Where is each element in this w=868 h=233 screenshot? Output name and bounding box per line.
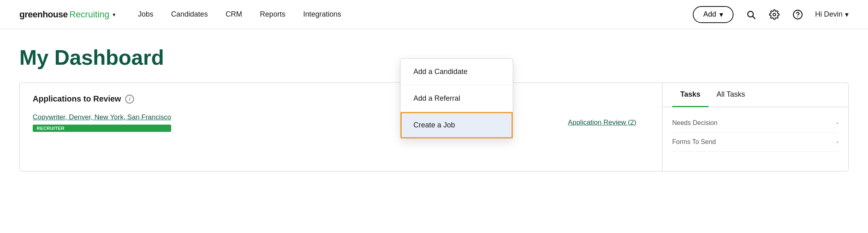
user-chevron-icon: ▾ [845,10,849,19]
task-row-needs-decision: Needs Decision - [672,114,839,133]
logo-chevron-icon: ▾ [113,11,115,18]
job-row: Copywriter, Denver, New York, San Franci… [33,113,649,132]
tab-tasks[interactable]: Tasks [672,83,709,107]
logo-greenhouse: greenhouse [19,9,68,20]
application-review-link[interactable]: Application Review (2) [568,119,649,127]
user-menu[interactable]: Hi Devin ▾ [815,10,849,19]
nav-right: Add ▾ Hi Devin ▾ [693,6,849,23]
job-title-link[interactable]: Copywriter, Denver, New York, San Franci… [33,113,171,121]
tasks-panel: Tasks All Tasks Needs Decision - Forms T… [663,83,848,171]
task-needs-decision-label: Needs Decision [672,119,717,127]
settings-icon[interactable] [768,8,780,21]
nav-reports[interactable]: Reports [260,10,285,19]
applications-panel: Applications to Review i Copywriter, Den… [20,83,663,171]
job-info: Copywriter, Denver, New York, San Franci… [33,113,171,132]
tasks-body: Needs Decision - Forms To Send - [663,107,848,158]
nav-integrations[interactable]: Integrations [303,10,341,19]
svg-line-1 [753,16,755,19]
logo-area[interactable]: greenhouse Recruiting ▾ [19,9,115,20]
search-icon[interactable] [745,8,757,21]
add-dropdown-menu: Add a Candidate Add a Referral Create a … [400,58,513,139]
nav-links: Jobs Candidates CRM Reports Integrations [138,10,693,19]
nav-candidates[interactable]: Candidates [171,10,208,19]
tasks-tabs: Tasks All Tasks [663,83,848,107]
task-forms-to-send-value: - [837,138,839,146]
user-greeting: Hi Devin [815,10,843,19]
nav-crm[interactable]: CRM [226,10,242,19]
add-button-chevron-icon: ▾ [719,10,723,19]
dropdown-add-candidate[interactable]: Add a Candidate [400,59,513,85]
recruiter-badge: RECRUITER [33,125,171,132]
main-content: My Dashboard Applications to Review i Co… [0,29,868,172]
nav-jobs[interactable]: Jobs [138,10,153,19]
task-row-forms-to-send: Forms To Send - [672,133,839,152]
applications-header: Applications to Review i [33,94,649,104]
navbar: greenhouse Recruiting ▾ Jobs Candidates … [0,0,868,29]
add-button[interactable]: Add ▾ [693,6,734,23]
help-icon[interactable] [792,8,804,21]
svg-point-2 [773,13,776,16]
task-forms-to-send-label: Forms To Send [672,138,716,146]
applications-title: Applications to Review [33,94,121,104]
task-needs-decision-value: - [837,119,839,127]
info-icon[interactable]: i [125,95,134,104]
dropdown-create-job[interactable]: Create a Job [400,112,513,138]
dropdown-add-referral[interactable]: Add a Referral [400,85,513,112]
logo-recruiting: Recruiting [69,9,109,20]
add-button-label: Add [703,10,716,19]
tab-all-tasks[interactable]: All Tasks [709,83,753,107]
